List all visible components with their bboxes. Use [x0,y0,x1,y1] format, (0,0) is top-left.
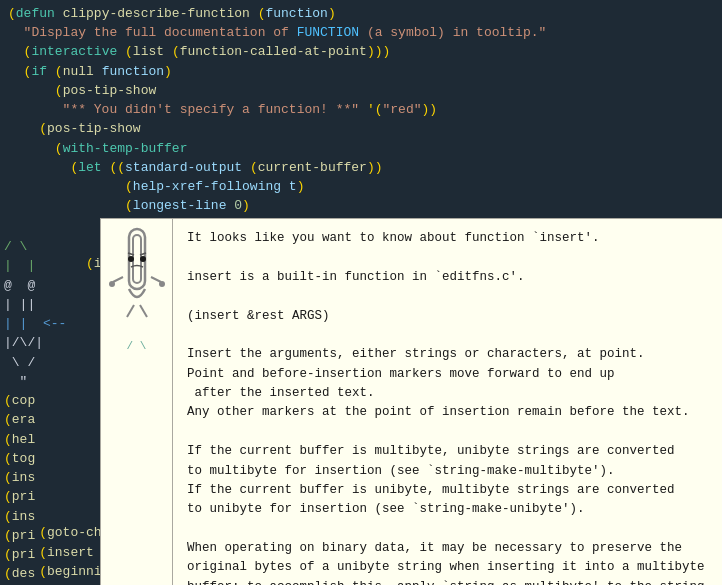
code-editor: (defun clippy-describe-function (functio… [0,0,722,585]
tooltip-line-9: to multibyte for insertion (see `string-… [187,462,722,481]
tooltip-line-4: Insert the arguments, either strings or … [187,345,722,364]
svg-line-10 [127,305,134,317]
tooltip-content: It looks like you want to know about fun… [172,218,722,585]
tooltip-blank-2 [187,287,722,306]
code-line-2: "Display the full documentation of FUNCT… [8,23,714,42]
code-line-10: (help-xref-following t) [8,177,714,196]
tooltip-line-1: It looks like you want to know about fun… [187,229,722,248]
code-line-8: (with-temp-buffer [8,139,714,158]
tooltip-line-8: If the current buffer is multibyte, unib… [187,442,722,461]
svg-line-11 [140,305,147,317]
svg-point-9 [159,281,165,287]
code-line-3: (interactive (list (function-called-at-p… [8,42,714,61]
code-line-9: (let ((standard-output (current-buffer)) [8,158,714,177]
tooltip-blank-5 [187,520,722,539]
svg-point-8 [109,281,115,287]
svg-line-7 [151,277,161,282]
code-line-11: (longest-line 0) [8,196,714,215]
clippy-arrows: / \ [127,341,147,352]
tooltip-line-11: to unibyte for insertion (see `string-ma… [187,500,722,519]
tooltip-line-6: after the inserted text. [187,384,722,403]
clippy-icon [107,227,167,337]
code-line-6: "** You didn't specify a function! **" '… [8,100,714,119]
clippy-figure: / \ [100,218,172,585]
tooltip-line-10: If the current buffer is unibyte, multib… [187,481,722,500]
tooltip-blank-4 [187,423,722,442]
svg-line-6 [113,277,123,282]
svg-point-2 [128,256,134,262]
tooltip-line-5: Point and before-insertion markers move … [187,365,722,384]
tooltip-blank-1 [187,248,722,267]
tooltip-container: / \ It looks like you want to know about… [100,218,722,585]
code-line-7: (pos-tip-show [8,119,714,138]
tooltip-line-14: buffer; to accomplish this, apply `strin… [187,578,722,585]
svg-point-3 [140,256,146,262]
tooltip-line-3: (insert &rest ARGS) [187,307,722,326]
code-line-5: (pos-tip-show [8,81,714,100]
tooltip-blank-3 [187,326,722,345]
tooltip-line-12: When operating on binary data, it may be… [187,539,722,558]
tooltip-line-7: Any other markers at the point of insert… [187,403,722,422]
code-line-4: (if (null function) [8,62,714,81]
svg-rect-1 [133,235,141,283]
tooltip-line-13: original bytes of a unibyte string when … [187,558,722,577]
tooltip-line-2: insert is a built-in function in `editfn… [187,268,722,287]
code-line-1: (defun clippy-describe-function (functio… [8,4,714,23]
